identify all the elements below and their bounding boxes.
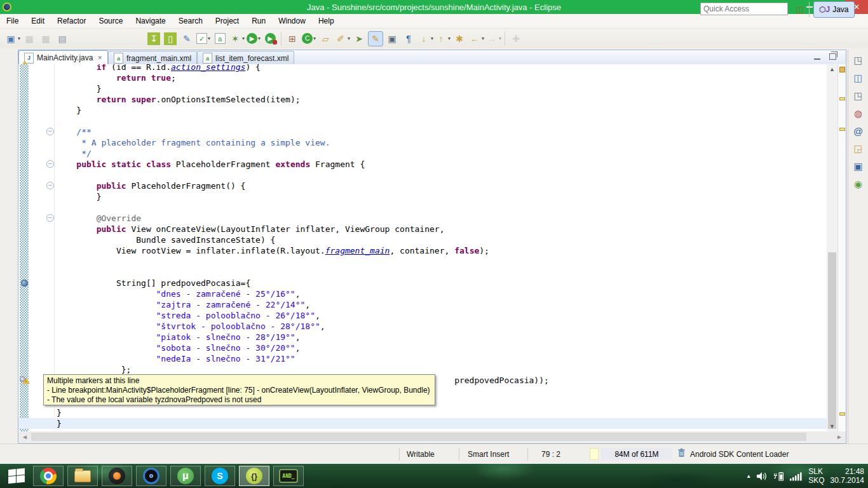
show-source-button[interactable]: ▣: [384, 31, 400, 46]
back-dropdown-arrow[interactable]: ▾: [482, 36, 484, 41]
restore-view-2-button[interactable]: ◳: [853, 90, 862, 102]
run-tests-button[interactable]: ✓▾: [196, 31, 211, 46]
menu-navigate[interactable]: Navigate: [129, 14, 172, 28]
taskbar-app-android-sdk-terminal[interactable]: AND_: [273, 466, 304, 486]
mark-occurrences-button[interactable]: ✎: [368, 31, 383, 46]
next-annotation-dropdown-arrow[interactable]: ▾: [431, 36, 433, 41]
minimize-icon: [806, 6, 813, 8]
menu-help[interactable]: Help: [312, 14, 341, 28]
lint-button[interactable]: ✎: [179, 31, 194, 46]
fold-collapse-marker[interactable]: −: [46, 182, 54, 189]
clock[interactable]: 21:48 30.7.2014: [831, 467, 864, 485]
run-dropdown-arrow[interactable]: ▾: [258, 36, 261, 41]
new-wizard-dropdown-arrow[interactable]: ▾: [18, 36, 20, 41]
declaration-view-button[interactable]: ◲: [853, 143, 862, 154]
tab-list_item_forecast-xml[interactable]: alist_item_forecast.xml: [197, 51, 294, 65]
battery-power-icon[interactable]: [773, 471, 784, 481]
horizontal-scrollbar-thumb[interactable]: [31, 433, 806, 441]
java-perspective-button[interactable]: ⬡J Java: [813, 1, 855, 18]
new-java-class-button[interactable]: C▾: [301, 31, 316, 46]
new-wizard-button[interactable]: ▣▾: [4, 31, 20, 46]
taskbar-app-chrome[interactable]: [33, 466, 64, 486]
menu-window[interactable]: Window: [272, 14, 312, 28]
scroll-up-arrow[interactable]: ▲: [827, 64, 837, 74]
search-button[interactable]: ✐▾: [334, 31, 350, 46]
menu-refactor[interactable]: Refactor: [51, 14, 92, 28]
run-external-badge: [273, 40, 277, 44]
menu-edit[interactable]: Edit: [25, 14, 51, 28]
scroll-left-arrow[interactable]: ◄: [20, 431, 30, 442]
show-hidden-icons-button[interactable]: ▲: [746, 473, 751, 479]
problems-view-button[interactable]: ◍: [854, 108, 862, 119]
prev-annotation-dropdown-arrow[interactable]: ▾: [448, 36, 451, 41]
taskbar-app-file-explorer[interactable]: [67, 466, 98, 486]
taskbar-app-utorrent[interactable]: µ: [170, 466, 201, 486]
code-editor[interactable]: if (id == R.id.action_settings) { return…: [18, 64, 846, 431]
warning-overview-mark[interactable]: [839, 128, 845, 131]
print-button[interactable]: ▤: [55, 31, 70, 46]
run-external-button[interactable]: ▶: [262, 31, 278, 46]
warning-overview-mark[interactable]: [839, 412, 845, 416]
code-line: return true;: [18, 72, 846, 83]
menu-run[interactable]: Run: [245, 14, 272, 28]
breakpoint-warning-marker[interactable]: [20, 376, 30, 385]
run-to-line-button[interactable]: ➤: [351, 31, 367, 46]
next-annotation-button[interactable]: ↓▾: [417, 31, 433, 46]
taskbar-app-media-player[interactable]: [136, 466, 166, 486]
maximize-view-button[interactable]: [829, 53, 836, 62]
tab-MainActivity-java[interactable]: JMainActivity.java✕: [18, 50, 108, 65]
warning-overview-mark[interactable]: [839, 97, 845, 100]
restore-view-button[interactable]: ◳: [853, 55, 862, 66]
vertical-scrollbar-thumb[interactable]: [828, 252, 836, 429]
debug-button[interactable]: ✶▾: [229, 31, 245, 46]
debug-dropdown-arrow[interactable]: ▾: [242, 36, 245, 41]
horizontal-scrollbar[interactable]: ◄ ►: [18, 431, 846, 442]
javadoc-view-button[interactable]: @: [853, 126, 863, 137]
overview-ruler[interactable]: [837, 64, 846, 431]
logcat-view-button[interactable]: ◉: [854, 179, 862, 190]
scroll-down-arrow[interactable]: ▼: [827, 421, 837, 431]
new-java-project-button[interactable]: ⊞: [285, 31, 300, 46]
open-type-button[interactable]: ▱: [318, 31, 333, 46]
tab-fragment_main-xml[interactable]: afragment_main.xml: [108, 51, 197, 65]
fold-collapse-marker[interactable]: −: [46, 128, 54, 135]
prev-annotation-button[interactable]: ↑▾: [435, 31, 451, 46]
vertical-scrollbar[interactable]: ▲ ▼: [827, 64, 837, 431]
last-edit-location-button[interactable]: ✱: [452, 31, 467, 46]
console-view-button[interactable]: ▣: [853, 161, 862, 172]
menu-source[interactable]: Source: [92, 14, 129, 28]
forward-dropdown-arrow[interactable]: ▾: [499, 36, 501, 41]
android-sdk-manager-button[interactable]: ↧: [146, 31, 161, 46]
fold-collapse-marker[interactable]: −: [46, 214, 54, 222]
volume-icon[interactable]: [757, 471, 768, 481]
quick-access-input[interactable]: [700, 3, 788, 15]
tab-label: list_item_forecast.xml: [215, 54, 288, 63]
new-android-project-button[interactable]: a: [212, 31, 227, 46]
fold-collapse-marker[interactable]: −: [46, 160, 54, 168]
tab-close-icon[interactable]: ✕: [97, 55, 102, 61]
annotation-header[interactable]: [839, 67, 845, 72]
menu-file[interactable]: File: [0, 14, 25, 28]
run-button[interactable]: ▶▾: [246, 31, 261, 46]
network-signal-icon[interactable]: [790, 471, 803, 481]
back-button[interactable]: ←▾: [468, 31, 484, 46]
outline-view-button[interactable]: ◫: [853, 72, 862, 84]
minimize-view-button[interactable]: [814, 53, 820, 62]
show-whitespace-button[interactable]: ¶: [401, 31, 416, 46]
start-button[interactable]: [5, 468, 28, 484]
menu-search[interactable]: Search: [172, 14, 209, 28]
taskbar-app-eclipse[interactable]: {}: [239, 466, 269, 486]
run-garbage-collector-button[interactable]: [677, 448, 686, 459]
avd-manager-button[interactable]: ▯: [163, 31, 178, 46]
search-dropdown-arrow[interactable]: ▾: [348, 36, 350, 41]
code-line: String[] predpovedPocasia={: [18, 278, 846, 288]
taskbar-app-skype[interactable]: S: [205, 466, 235, 486]
taskbar-app-fl-studio[interactable]: [102, 466, 132, 486]
open-perspective-button[interactable]: ◫: [793, 3, 807, 17]
breakpoint-marker[interactable]: [21, 280, 28, 287]
language-indicator[interactable]: SLK SKQ: [808, 467, 824, 485]
new-java-class-dropdown-arrow[interactable]: ▾: [313, 36, 316, 41]
run-tests-dropdown-arrow[interactable]: ▾: [208, 36, 210, 41]
menu-project[interactable]: Project: [209, 14, 245, 28]
scroll-right-arrow[interactable]: ►: [834, 431, 844, 442]
